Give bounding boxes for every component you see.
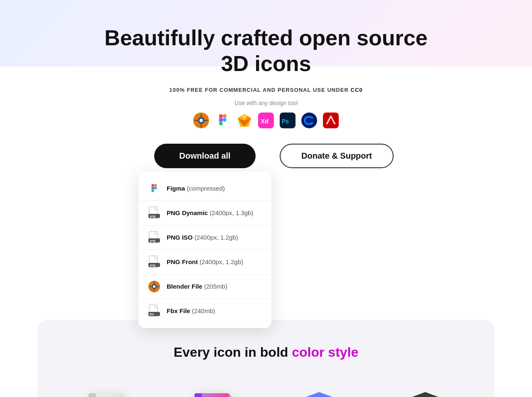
- png-front-label: PNG Front (2400px, 1.2gb): [167, 258, 243, 265]
- gradient-icon-area: [176, 377, 251, 397]
- blender-file-label: Blender File (205mb): [167, 283, 227, 290]
- fbx-file-label: Fbx File (240mb): [167, 307, 215, 314]
- showcase-clay: CLAY: [54, 377, 160, 397]
- fbx-file-icon: fbx: [148, 304, 161, 318]
- showcase-gradient: GRADIENT: [160, 377, 266, 397]
- dropdown-item-png-iso[interactable]: png PNG ISO (2400px, 1.2gb): [138, 225, 271, 250]
- affinity-tool-icon: [323, 112, 339, 129]
- download-dropdown-menu: Figma (compressed) png PNG Dyna: [138, 172, 271, 328]
- figma-item-label: Figma (compressed): [167, 185, 225, 192]
- blender-file-icon: [148, 280, 161, 293]
- svg-text:Xd: Xd: [261, 118, 268, 125]
- ps-tool-icon: Ps: [279, 112, 296, 129]
- png-front-icon: png: [148, 255, 161, 269]
- color-icon-area: [282, 377, 357, 397]
- svg-text:png: png: [150, 264, 155, 267]
- svg-rect-30: [151, 189, 154, 192]
- cta-area: Download all Figma (compress: [138, 144, 394, 328]
- clay-icon-area: [70, 377, 145, 397]
- blender-tool-icon: [193, 112, 209, 129]
- svg-rect-26: [151, 184, 154, 187]
- tagline-highlight: color style: [292, 345, 358, 360]
- svg-rect-56: [195, 393, 202, 397]
- svg-rect-9: [219, 118, 223, 122]
- showcase-tagline: Every icon in bold color style: [174, 345, 359, 360]
- svg-rect-52: [123, 395, 125, 397]
- png-dynamic-label: PNG Dynamic (2400px, 1.3gb): [167, 209, 253, 216]
- dropdown-item-blender[interactable]: Blender File (205mb): [138, 274, 271, 299]
- png-dynamic-icon: png: [148, 206, 161, 220]
- svg-rect-11: [219, 122, 223, 125]
- showcase-premium: PREMIUM: [372, 377, 478, 397]
- showcase-section: Every icon in bold color style: [37, 320, 495, 397]
- sketch-tool-icon: [236, 112, 253, 129]
- svg-rect-8: [223, 114, 227, 118]
- svg-rect-28: [151, 186, 154, 189]
- download-dropdown-col: Download all Figma (compress: [138, 144, 271, 328]
- svg-point-42: [153, 285, 155, 288]
- donate-col: Donate & Support: [280, 144, 394, 168]
- c4d-tool-icon: [301, 112, 318, 129]
- dropdown-item-png-dynamic[interactable]: png PNG Dynamic (2400px, 1.3gb): [138, 201, 271, 225]
- hero-title: Beautifully crafted open source 3D icons: [100, 25, 432, 77]
- svg-point-29: [154, 186, 157, 189]
- svg-text:Ps: Ps: [282, 118, 289, 125]
- xd-tool-icon: Xd: [258, 112, 274, 129]
- license-badge: 100% FREE FOR COMMERCIAL AND PERSONAL US…: [169, 87, 362, 93]
- svg-text:png: png: [150, 239, 155, 243]
- showcase-items-row: CLAY: [54, 377, 478, 397]
- tool-label: Use with any design tool: [234, 100, 298, 106]
- png-iso-label: PNG ISO (2400px, 1.2gb): [167, 234, 238, 241]
- svg-rect-27: [154, 184, 157, 187]
- dropdown-item-fbx[interactable]: fbx Fbx File (240mb): [138, 299, 271, 323]
- svg-rect-57: [229, 395, 231, 397]
- donate-button[interactable]: Donate & Support: [280, 144, 394, 168]
- svg-rect-7: [219, 114, 223, 118]
- showcase-color: COLOR: [266, 377, 372, 397]
- figma-tool-icon: [214, 112, 231, 129]
- premium-icon-area: [388, 377, 463, 397]
- svg-text:fbx: fbx: [150, 313, 154, 316]
- svg-point-10: [223, 118, 227, 122]
- tool-icons-row: Xd Ps: [193, 112, 339, 129]
- svg-point-2: [200, 119, 203, 122]
- svg-rect-51: [89, 393, 96, 397]
- figma-dropdown-icon: [148, 182, 161, 195]
- png-iso-icon: png: [148, 231, 161, 244]
- svg-text:png: png: [150, 215, 155, 218]
- dropdown-item-figma[interactable]: Figma (compressed): [138, 176, 271, 201]
- svg-point-22: [301, 113, 317, 128]
- page-wrapper: Beautifully crafted open source 3D icons…: [0, 0, 532, 397]
- dropdown-item-png-front[interactable]: png PNG Front (2400px, 1.2gb): [138, 250, 271, 274]
- download-all-button[interactable]: Download all: [154, 144, 255, 168]
